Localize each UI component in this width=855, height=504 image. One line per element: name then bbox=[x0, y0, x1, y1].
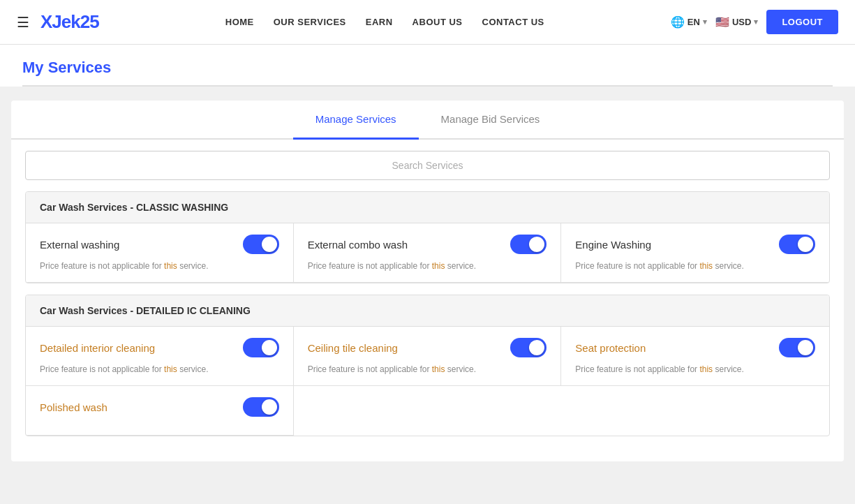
service-group-classic-washing: Car Wash Services - CLASSIC WASHING Exte… bbox=[25, 191, 830, 283]
language-label: EN bbox=[687, 17, 700, 27]
currency-label: USD bbox=[732, 17, 751, 27]
service-item-external-washing: External washing Price feature is not ap… bbox=[26, 223, 294, 283]
service-group-header-detailed-ic: Car Wash Services - DETAILED IC CLEANING bbox=[26, 295, 829, 327]
tabs-container: Manage Services Manage Bid Services bbox=[11, 101, 844, 140]
service-item-polished-wash: Polished wash bbox=[26, 386, 294, 436]
logo: XJek25 bbox=[40, 11, 99, 33]
toggle-detailed-interior[interactable] bbox=[243, 338, 279, 357]
toggle-ceiling-tile[interactable] bbox=[510, 338, 547, 357]
service-item-top: Polished wash bbox=[40, 397, 279, 417]
service-items-detailed-ic: Detailed interior cleaning Price feature… bbox=[26, 327, 829, 436]
price-note-external-combo-wash: Price feature is not applicable for this… bbox=[308, 261, 547, 271]
tab-manage-services[interactable]: Manage Services bbox=[293, 101, 419, 140]
service-name-external-combo-wash: External combo wash bbox=[308, 239, 408, 251]
tab-manage-bid-services[interactable]: Manage Bid Services bbox=[419, 101, 563, 140]
service-item-ceiling-tile: Ceiling tile cleaning Price feature is n… bbox=[294, 327, 562, 386]
service-item-engine-washing: Engine Washing Price feature is not appl… bbox=[561, 223, 829, 283]
page-content: My Services Manage Services Manage Bid S… bbox=[0, 45, 855, 504]
toggle-slider-polished-wash bbox=[243, 397, 279, 417]
toggle-engine-washing[interactable] bbox=[779, 235, 815, 254]
globe-icon: 🌐 bbox=[671, 15, 685, 29]
service-name-external-washing: External washing bbox=[40, 239, 119, 251]
service-item-top: Ceiling tile cleaning bbox=[308, 338, 547, 357]
price-note-ceiling-tile: Price feature is not applicable for this… bbox=[308, 364, 547, 374]
search-container bbox=[11, 140, 844, 191]
nav-about-us[interactable]: ABOUT US bbox=[412, 17, 463, 27]
logout-button[interactable]: LOGOUT bbox=[766, 10, 838, 34]
toggle-polished-wash[interactable] bbox=[243, 397, 279, 417]
nav-contact-us[interactable]: CONTACT US bbox=[482, 17, 544, 27]
price-note-external-washing: Price feature is not applicable for this… bbox=[40, 261, 279, 271]
service-item-top: External combo wash bbox=[308, 235, 547, 254]
service-item-top: Detailed interior cleaning bbox=[40, 338, 279, 357]
service-item-top: Engine Washing bbox=[575, 235, 815, 254]
services-area: Car Wash Services - CLASSIC WASHING Exte… bbox=[11, 191, 844, 436]
main-nav: HOME OUR SERVICES EARN ABOUT US CONTACT … bbox=[225, 17, 544, 27]
service-item-top: Seat protection bbox=[575, 338, 815, 357]
service-group-header-classic: Car Wash Services - CLASSIC WASHING bbox=[26, 192, 829, 223]
service-item-detailed-interior: Detailed interior cleaning Price feature… bbox=[26, 327, 294, 386]
header-divider bbox=[22, 85, 833, 87]
service-name-engine-washing: Engine Washing bbox=[575, 239, 651, 251]
toggle-slider-engine-washing bbox=[779, 235, 815, 254]
header-controls: 🌐 EN ▾ 🇺🇸 USD ▾ LOGOUT bbox=[671, 10, 838, 34]
logo-text: XJek bbox=[40, 11, 80, 32]
search-input[interactable] bbox=[25, 151, 830, 180]
toggle-slider-external-combo-wash bbox=[510, 235, 547, 254]
currency-chevron-icon: ▾ bbox=[754, 17, 758, 27]
toggle-external-combo-wash[interactable] bbox=[510, 235, 547, 254]
service-item-seat-protection: Seat protection Price feature is not app… bbox=[561, 327, 829, 386]
toggle-external-washing[interactable] bbox=[243, 235, 279, 254]
service-name-seat-protection: Seat protection bbox=[575, 342, 646, 354]
price-note-seat-protection: Price feature is not applicable for this… bbox=[575, 364, 815, 374]
service-item-top: External washing bbox=[40, 235, 279, 254]
language-chevron-icon: ▾ bbox=[703, 17, 707, 27]
header-left: ☰ XJek25 bbox=[17, 11, 99, 33]
service-group-detailed-ic: Car Wash Services - DETAILED IC CLEANING… bbox=[25, 295, 830, 436]
nav-home[interactable]: HOME bbox=[225, 17, 254, 27]
service-item-external-combo-wash: External combo wash Price feature is not… bbox=[294, 223, 562, 283]
currency-selector[interactable]: 🇺🇸 USD ▾ bbox=[715, 15, 758, 29]
service-items-classic: External washing Price feature is not ap… bbox=[26, 223, 829, 283]
hamburger-icon[interactable]: ☰ bbox=[17, 14, 29, 31]
main-card: Manage Services Manage Bid Services Car … bbox=[11, 101, 844, 461]
main-header: ☰ XJek25 HOME OUR SERVICES EARN ABOUT US… bbox=[0, 0, 855, 45]
toggle-slider-ceiling-tile bbox=[510, 338, 547, 357]
page-header: My Services bbox=[0, 45, 855, 87]
language-selector[interactable]: 🌐 EN ▾ bbox=[671, 15, 707, 29]
price-note-engine-washing: Price feature is not applicable for this… bbox=[575, 261, 815, 271]
toggle-slider-detailed-interior bbox=[243, 338, 279, 357]
price-note-detailed-interior: Price feature is not applicable for this… bbox=[40, 364, 279, 374]
toggle-slider-seat-protection bbox=[779, 338, 815, 357]
currency-flag-icon: 🇺🇸 bbox=[715, 15, 729, 29]
logo-accent: 25 bbox=[80, 11, 99, 32]
service-name-detailed-interior: Detailed interior cleaning bbox=[40, 342, 155, 354]
page-title: My Services bbox=[22, 59, 833, 85]
toggle-seat-protection[interactable] bbox=[779, 338, 815, 357]
service-name-polished-wash: Polished wash bbox=[40, 401, 107, 413]
toggle-slider-external-washing bbox=[243, 235, 279, 254]
nav-earn[interactable]: EARN bbox=[366, 17, 393, 27]
service-name-ceiling-tile: Ceiling tile cleaning bbox=[308, 342, 398, 354]
nav-our-services[interactable]: OUR SERVICES bbox=[274, 17, 346, 27]
